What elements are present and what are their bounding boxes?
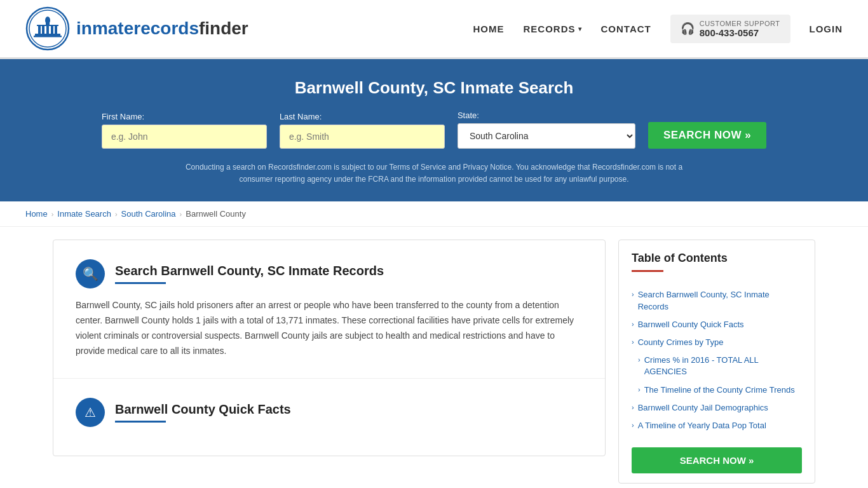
section-quick-facts: ⚠ Barnwell County Quick Facts [53, 379, 605, 456]
svg-rect-9 [55, 26, 57, 34]
first-name-label: First Name: [102, 112, 144, 121]
breadcrumb-current: Barnwell County [186, 209, 246, 219]
svg-rect-3 [46, 23, 50, 25]
section2-underline [115, 421, 166, 423]
toc-link-1[interactable]: Barnwell County Quick Facts [638, 319, 744, 330]
toc-link-4[interactable]: The Timeline of the County Crime Trends [644, 384, 795, 396]
toc-chevron-icon: › [638, 386, 641, 393]
svg-rect-5 [38, 26, 41, 34]
support-box[interactable]: 🎧 CUSTOMER SUPPORT 800-433-0567 [670, 15, 790, 43]
state-group: State: South Carolina Alabama Alaska Ari… [458, 111, 635, 149]
warning-section-icon: ⚠ [76, 398, 105, 427]
breadcrumb-inmate-search[interactable]: Inmate Search [57, 209, 111, 219]
toc-link-6[interactable]: A Timeline of Yearly Data Pop Total [638, 420, 766, 431]
nav-records[interactable]: RECORDS ▾ [523, 24, 581, 34]
search-button[interactable]: SEARCH NOW » [648, 122, 766, 149]
toc-link-0[interactable]: Search Barnwell County, SC Inmate Record… [638, 289, 802, 312]
site-header: inmaterecordsfinder HOME RECORDS ▾ CONTA… [0, 0, 868, 59]
breadcrumb-south-carolina[interactable]: South Carolina [121, 209, 176, 219]
state-label: State: [458, 111, 479, 120]
section1-body: Barnwell County, SC jails hold prisoners… [76, 298, 583, 358]
logo[interactable]: inmaterecordsfinder [25, 6, 248, 51]
svg-rect-11 [34, 36, 62, 37]
login-button[interactable]: LOGIN [810, 24, 843, 34]
toc-link-5[interactable]: Barnwell County Jail Demographics [638, 402, 768, 414]
logo-text: inmaterecordsfinder [76, 18, 248, 39]
last-name-group: Last Name: [280, 112, 445, 149]
hero-section: Barnwell County, SC Inmate Search First … [0, 59, 868, 201]
section-inmate-records: 🔍 Search Barnwell County, SC Inmate Reco… [53, 240, 605, 378]
toc-chevron-icon: › [632, 290, 634, 298]
nav-contact[interactable]: CONTACT [601, 24, 651, 34]
nav-home[interactable]: HOME [473, 24, 504, 34]
records-chevron-icon: ▾ [578, 25, 582, 32]
search-section-icon: 🔍 [76, 259, 105, 288]
sidebar-search-button[interactable]: SEARCH NOW » [632, 447, 802, 473]
svg-rect-10 [35, 34, 60, 36]
section2-header: ⚠ Barnwell County Quick Facts [76, 398, 583, 427]
first-name-input[interactable] [102, 125, 267, 149]
page-title: Barnwell County, SC Inmate Search [25, 78, 843, 98]
section1-underline [115, 282, 166, 284]
main-container: 🔍 Search Barnwell County, SC Inmate Reco… [27, 240, 841, 484]
logo-icon [25, 6, 70, 51]
toc-item: ›County Crimes by Type [619, 334, 815, 351]
svg-rect-7 [46, 26, 49, 34]
breadcrumb-sep-1: › [51, 210, 54, 218]
toc-chevron-icon: › [638, 356, 641, 363]
headset-icon: 🎧 [681, 22, 695, 36]
state-select[interactable]: South Carolina Alabama Alaska Arizona Ar… [458, 123, 635, 149]
main-nav: HOME RECORDS ▾ CONTACT 🎧 CUSTOMER SUPPOR… [473, 15, 843, 43]
toc-chevron-icon: › [632, 320, 634, 328]
section2-title: Barnwell County Quick Facts [115, 402, 291, 417]
section1-header: 🔍 Search Barnwell County, SC Inmate Reco… [76, 259, 583, 288]
content-area: 🔍 Search Barnwell County, SC Inmate Reco… [53, 240, 606, 456]
first-name-group: First Name: [102, 112, 267, 149]
svg-rect-4 [37, 25, 58, 26]
breadcrumb: Home › Inmate Search › South Carolina › … [0, 201, 868, 227]
section1-title: Search Barnwell County, SC Inmate Record… [115, 264, 384, 278]
toc-link-3[interactable]: Crimes % in 2016 - TOTAL ALL AGENCIES [644, 355, 802, 377]
toc-header: Table of Contents [619, 240, 815, 286]
toc-link-2[interactable]: County Crimes by Type [638, 337, 724, 348]
toc-item: ›Search Barnwell County, SC Inmate Recor… [619, 286, 815, 315]
last-name-input[interactable] [280, 125, 445, 149]
toc-item: ›The Timeline of the County Crime Trends [619, 381, 815, 399]
alert-icon: ⚠ [85, 405, 96, 420]
toc-chevron-icon: › [632, 421, 634, 429]
disclaimer-text: Conducting a search on Recordsfinder.com… [180, 161, 688, 186]
toc-item: ›Crimes % in 2016 - TOTAL ALL AGENCIES [619, 351, 815, 381]
toc-item: ›A Timeline of Yearly Data Pop Total [619, 417, 815, 435]
magnifier-icon: 🔍 [83, 266, 98, 281]
toc-chevron-icon: › [632, 338, 634, 346]
table-of-contents: Table of Contents ›Search Barnwell Count… [618, 240, 815, 484]
svg-rect-6 [42, 26, 44, 34]
toc-chevron-icon: › [632, 403, 634, 411]
toc-list: ›Search Barnwell County, SC Inmate Recor… [619, 286, 815, 444]
breadcrumb-sep-3: › [180, 210, 182, 218]
toc-item: ›Barnwell County Quick Facts [619, 316, 815, 334]
toc-underline [632, 270, 663, 272]
last-name-label: Last Name: [280, 112, 322, 121]
svg-rect-8 [51, 26, 53, 34]
search-form: First Name: Last Name: State: South Caro… [25, 111, 843, 149]
toc-item: ›Barnwell County Jail Demographics [619, 399, 815, 417]
toc-title: Table of Contents [632, 252, 802, 265]
support-info: CUSTOMER SUPPORT 800-433-0567 [700, 20, 780, 38]
breadcrumb-home[interactable]: Home [25, 209, 48, 219]
breadcrumb-sep-2: › [115, 210, 118, 218]
